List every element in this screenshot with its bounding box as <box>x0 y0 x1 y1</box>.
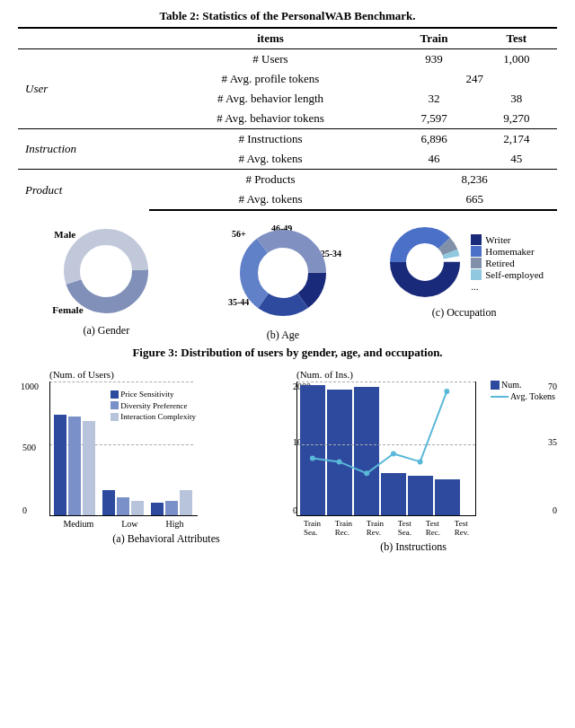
bar-medium-diversity <box>68 417 81 515</box>
legend-selfemployed-label: Self-employed <box>485 269 544 280</box>
bar-low-interaction <box>131 501 144 515</box>
bar-high-price <box>151 503 164 515</box>
statistics-table: items Train Test User # Users 939 1,000 … <box>18 27 557 211</box>
col-header-test: Test <box>476 28 557 49</box>
xlabel-test-sea: TestSea. <box>398 519 411 537</box>
occupation-donut <box>385 222 465 303</box>
xlabel-train-rec: TrainRec. <box>335 519 352 537</box>
chart-a-ytick-1000: 1000 <box>21 382 39 391</box>
chart-b-y-label: (Num. of Ins.) <box>296 369 530 380</box>
svg-point-2 <box>88 253 124 289</box>
xlabel-medium: Medium <box>63 519 93 529</box>
user-row-4-train: 7,597 <box>392 109 475 129</box>
xlabel-low: Low <box>121 519 137 529</box>
user-row-2-val: 247 <box>392 69 557 89</box>
svg-point-7 <box>265 255 301 291</box>
col-header-items <box>18 28 149 49</box>
svg-point-15 <box>364 470 369 476</box>
occupation-caption: (c) Occupation <box>432 306 497 320</box>
legend-price: Price Sensitivity <box>120 389 173 400</box>
svg-point-16 <box>391 451 396 456</box>
user-row-1-test: 1,000 <box>476 49 557 70</box>
chart-b-yright-0: 0 <box>553 505 557 515</box>
chart-a-ytick-0: 0 <box>22 505 27 515</box>
legend-retired-color <box>471 258 482 268</box>
legend-writer-color <box>471 234 482 245</box>
chart-b-yright-35: 35 <box>548 437 557 447</box>
col-header-items-label: items <box>149 28 393 49</box>
user-row-3-test: 38 <box>476 89 557 109</box>
group-instruction: Instruction <box>18 129 149 170</box>
legend-more: ... <box>471 281 544 292</box>
user-row-3-label: # Avg. behavior length <box>149 89 393 109</box>
svg-point-12 <box>411 248 439 276</box>
chart-a-legend: Price Sensitivity Diversity Preference I… <box>111 389 196 423</box>
bar-medium-price <box>54 415 66 515</box>
legend-interaction: Interaction Complexity <box>120 411 196 423</box>
instr-row-2-label: # Avg. tokens <box>149 149 393 170</box>
gender-chart: Male Female (a) Gender <box>21 222 191 338</box>
chart-a-container: (Num. of Users) 1000 500 0 <box>18 369 292 554</box>
instr-row-2-train: 46 <box>392 149 475 170</box>
chart-a-xlabels: Medium Low High <box>49 519 198 529</box>
bar-high-diversity <box>165 501 178 515</box>
xlabel-test-rev: TestRev. <box>455 519 469 537</box>
legend-num: Num. <box>501 380 522 390</box>
instr-row-1-label: # Instructions <box>149 129 393 150</box>
chart-a-low-group <box>102 490 144 515</box>
chart-a-high-group <box>151 490 192 515</box>
chart-b-xlabels: TrainSea. TrainRec. TrainRev. TestSea. T… <box>296 519 476 537</box>
user-row-1-label: # Users <box>149 49 393 70</box>
xlabel-train-rev: TrainRev. <box>367 519 384 537</box>
bar-low-diversity <box>117 497 129 515</box>
gender-caption: (a) Gender <box>84 324 130 338</box>
group-product: Product <box>18 170 149 211</box>
xlabel-train-sea: TrainSea. <box>304 519 321 537</box>
user-row-1-train: 939 <box>392 49 475 70</box>
svg-point-17 <box>418 459 423 464</box>
user-row-4-label: # Avg. behavior tokens <box>149 109 393 129</box>
instr-row-1-train: 6,896 <box>392 129 475 150</box>
chart-a-caption: (a) Behavioral Attributes <box>49 532 283 546</box>
chart-b-legend: Num. Avg. Tokens <box>491 380 555 401</box>
figure-caption: Figure 3: Distribution of users by gende… <box>18 346 557 360</box>
user-row-4-test: 9,270 <box>476 109 557 129</box>
gender-female-label: Female <box>52 304 83 315</box>
chart-b-line <box>297 382 475 515</box>
col-header-train: Train <box>392 28 475 49</box>
legend-homemaker-label: Homemaker <box>485 246 534 257</box>
table-title: Table 2: Statistics of the PersonalWAB B… <box>18 9 557 23</box>
svg-point-18 <box>444 389 449 394</box>
chart-a-ytick-500: 500 <box>22 443 36 452</box>
chart-a-bars-area: Price Sensitivity Diversity Preference I… <box>49 382 198 516</box>
bar-low-price <box>102 490 115 515</box>
bar-medium-interaction <box>83 421 95 515</box>
prod-row-1-label: # Products <box>149 170 393 190</box>
instr-row-2-test: 45 <box>476 149 557 170</box>
xlabel-test-rec: TestRec. <box>426 519 440 537</box>
age-caption: (b) Age <box>267 329 299 342</box>
group-user: User <box>18 49 149 129</box>
chart-b-area <box>296 382 476 516</box>
legend-diversity: Diversity Preference <box>120 400 187 412</box>
age-chart: 46-49 56+ 25-34 35-44 (b) Age <box>198 222 368 342</box>
donut-charts-row: Male Female (a) Gender 46-49 56+ 25-34 3… <box>18 222 557 342</box>
legend-retired-label: Retired <box>485 258 514 268</box>
legend-writer-label: Writer <box>485 234 510 245</box>
user-row-3-train: 32 <box>392 89 475 109</box>
prod-row-1-val: 8,236 <box>392 170 557 190</box>
xlabel-high: High <box>166 519 184 529</box>
occupation-legend: Writer Homemaker Retired Self-employed .… <box>471 233 544 292</box>
svg-point-13 <box>310 455 315 460</box>
occupation-chart: Writer Homemaker Retired Self-employed .… <box>375 222 554 320</box>
chart-a-medium-group <box>54 415 95 515</box>
prod-row-2-val: 665 <box>392 189 557 210</box>
prod-row-2-label: # Avg. tokens <box>149 189 393 210</box>
legend-selfemployed-color <box>471 269 482 280</box>
bar-charts-row: (Num. of Users) 1000 500 0 <box>18 369 557 554</box>
legend-avg-tokens: Avg. Tokens <box>510 391 555 401</box>
chart-b-caption: (b) Instructions <box>296 540 530 554</box>
bar-high-interaction <box>180 490 192 515</box>
instr-row-1-test: 2,174 <box>476 129 557 150</box>
svg-point-14 <box>337 459 342 464</box>
